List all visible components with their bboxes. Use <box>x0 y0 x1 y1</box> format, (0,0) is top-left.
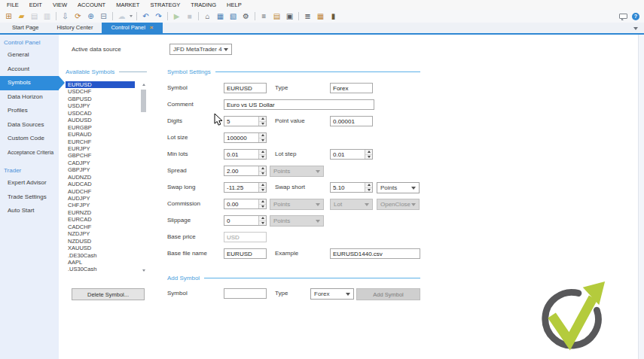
spinner-icon[interactable] <box>365 150 372 159</box>
sidebar-item-data-sources[interactable]: Data Sources <box>0 118 59 132</box>
base-file-name-input[interactable] <box>224 248 267 259</box>
spread-stepper[interactable] <box>224 166 267 176</box>
menu-account[interactable]: ACCOUNT <box>72 0 111 10</box>
menu-strategy[interactable]: STRATEGY <box>145 0 185 10</box>
menu-view[interactable]: VIEW <box>47 0 72 10</box>
active-data-source-select[interactable]: JFD MetaTrader 4 <box>169 44 232 55</box>
list-item[interactable]: .US30Cash <box>66 266 135 272</box>
list-item[interactable]: CADJPY <box>66 160 135 166</box>
save-databank-icon[interactable]: ⊟ <box>98 11 109 22</box>
list-item[interactable]: EURCAD <box>66 216 135 223</box>
list-item[interactable]: EURJPY <box>66 145 135 152</box>
swap-long-stepper[interactable] <box>224 182 267 193</box>
tab-control-panel[interactable]: Control Panel × <box>102 23 162 33</box>
spinner-icon[interactable] <box>258 133 266 142</box>
redo-icon[interactable]: ↷ <box>153 11 164 22</box>
menu-trading[interactable]: TRADING <box>185 0 221 10</box>
list-item[interactable]: NZDJPY <box>66 230 135 237</box>
digits-stepper[interactable] <box>224 116 267 126</box>
databank-icon[interactable]: ▦ <box>215 11 226 22</box>
add-to-databank-icon[interactable]: ⊕ <box>85 11 96 22</box>
close-icon[interactable]: × <box>150 23 154 33</box>
sidebar-item-profiles[interactable]: Profiles <box>0 104 59 118</box>
ranking-icon[interactable]: ≣ <box>302 11 313 22</box>
sidebar-item-data-horizon[interactable]: Data Horizon <box>0 90 59 105</box>
list-item[interactable]: AUDUSD <box>66 117 135 123</box>
list-item[interactable]: AUDCHF <box>66 188 135 195</box>
list-item[interactable]: EURAUD <box>66 131 135 138</box>
list-item[interactable]: .DE30Cash <box>66 252 135 259</box>
menu-help[interactable]: HELP <box>221 0 247 10</box>
tab-history-center[interactable]: History Center <box>47 23 102 33</box>
scrollbar-down-icon[interactable] <box>140 267 147 274</box>
sidebar-item-symbols[interactable]: Symbols <box>0 76 59 90</box>
feedback-bubble-icon[interactable] <box>619 14 627 19</box>
list-item[interactable]: GBPUSD <box>66 96 135 102</box>
statistics-icon[interactable]: ▧ <box>227 11 239 22</box>
sidebar-item-account[interactable]: Account <box>0 62 59 77</box>
comment-input[interactable] <box>224 99 374 110</box>
symbol-input[interactable] <box>224 83 267 93</box>
reload-quotes-icon[interactable]: ⟳ <box>72 11 84 22</box>
lot-step-stepper[interactable] <box>330 149 373 160</box>
sidebar-item-acceptance-criteria[interactable]: Acceptance Criteria <box>0 146 59 160</box>
list-item[interactable]: AUDNZD <box>66 174 135 181</box>
scrollbar-thumb[interactable] <box>141 90 146 112</box>
money-management-icon[interactable]: ▦ <box>315 11 326 22</box>
slippage-stepper[interactable] <box>224 215 267 226</box>
spinner-icon[interactable] <box>365 183 372 192</box>
add-type-select[interactable]: Forex <box>310 288 354 300</box>
spinner-icon[interactable] <box>258 166 266 175</box>
menu-edit[interactable]: EDIT <box>24 0 47 10</box>
sidebar-item-auto-start[interactable]: Auto Start <box>0 204 59 218</box>
settings-gear-icon[interactable]: ⚙ <box>240 11 252 22</box>
list-item[interactable]: AUDCAD <box>66 181 135 187</box>
spinner-icon[interactable] <box>258 183 266 192</box>
journal-icon[interactable]: ▤ <box>271 11 282 22</box>
sidebar-item-trade-settings[interactable]: Trade Settings <box>0 190 59 205</box>
list-item[interactable]: EURCHF <box>66 138 135 145</box>
chevron-down-icon[interactable] <box>130 15 133 17</box>
list-item[interactable]: AUDJPY <box>66 195 135 202</box>
list-item[interactable]: EURGBP <box>66 124 135 131</box>
spinner-icon[interactable] <box>258 216 266 225</box>
swap-unit-select[interactable]: Points <box>377 182 420 193</box>
tab-overflow-chevron-icon[interactable] <box>633 27 638 30</box>
scrollbar-up-icon[interactable] <box>140 81 147 88</box>
list-item[interactable]: USDCHF <box>66 88 135 95</box>
list-item[interactable]: NZDUSD <box>66 238 135 245</box>
menu-file[interactable]: FILE <box>2 0 24 10</box>
list-item[interactable]: GBPJPY <box>66 166 135 173</box>
menu-market[interactable]: MARKET <box>111 0 145 10</box>
add-symbol-input[interactable] <box>224 288 267 299</box>
swap-short-stepper[interactable] <box>330 182 373 193</box>
type-input[interactable] <box>330 83 373 93</box>
open-icon[interactable]: ▰ <box>16 11 27 22</box>
list-item[interactable]: USDCAD <box>66 110 135 117</box>
min-lots-stepper[interactable] <box>224 149 267 160</box>
list-item[interactable]: GBPCHF <box>66 152 135 159</box>
tab-start-page[interactable]: Start Page <box>3 23 47 33</box>
delete-symbol-button[interactable]: Delete Symbol... <box>72 288 145 300</box>
portfolio-icon[interactable]: ▮ <box>328 11 339 22</box>
example-input[interactable] <box>330 248 420 259</box>
clipboard-icon[interactable]: ▣ <box>284 11 295 22</box>
menu-list-icon[interactable]: ≡ <box>258 11 270 22</box>
list-item[interactable]: CHFJPY <box>66 202 135 208</box>
point-value-input[interactable] <box>330 116 373 126</box>
help-icon[interactable]: ? <box>632 13 639 20</box>
symbols-scrollbar[interactable] <box>140 81 147 274</box>
undo-icon[interactable]: ↶ <box>140 11 151 22</box>
list-item[interactable]: EURNZD <box>66 209 135 216</box>
home-icon[interactable]: ⌂ <box>202 11 213 22</box>
spinner-icon[interactable] <box>258 117 266 126</box>
spinner-icon[interactable] <box>258 199 266 208</box>
lot-size-stepper[interactable] <box>224 132 267 143</box>
spinner-icon[interactable] <box>258 150 266 159</box>
sidebar-item-general[interactable]: General <box>0 48 59 62</box>
list-item[interactable]: USDJPY <box>66 102 135 109</box>
list-item[interactable]: EURUSD <box>66 81 135 88</box>
available-symbols-list[interactable]: EURUSD USDCHF GBPUSD USDJPY USDCAD AUDUS… <box>66 81 147 274</box>
sidebar-item-custom-code[interactable]: Custom Code <box>0 132 59 146</box>
commission-stepper[interactable] <box>224 199 267 209</box>
